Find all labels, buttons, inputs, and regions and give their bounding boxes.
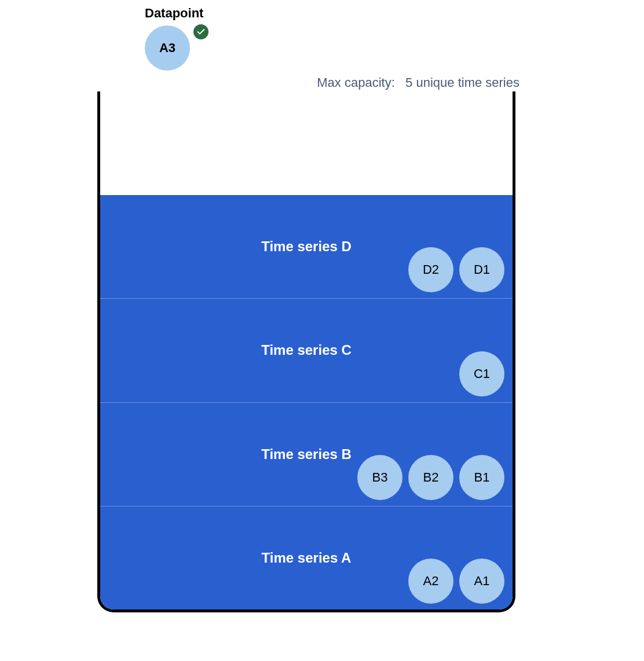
point-circle: B2 — [408, 455, 453, 500]
series-label: Time series C — [261, 342, 352, 358]
capacity-label: Max capacity: — [317, 75, 395, 90]
datapoint-header: Datapoint A3 — [145, 6, 208, 71]
datapoint-title: Datapoint — [145, 6, 208, 21]
point-circle: B3 — [357, 455, 402, 500]
series-row: Time series CC1 — [100, 298, 513, 402]
series-points-group: A1A2 — [408, 559, 504, 604]
series-row: Time series AA1A2 — [100, 506, 513, 609]
series-label: Time series D — [261, 238, 352, 255]
series-label: Time series A — [262, 550, 352, 566]
point-circle: A1 — [459, 559, 504, 604]
series-row: Time series DD1D2 — [100, 195, 513, 298]
bucket-fill: Time series DD1D2Time series CC1Time ser… — [100, 195, 513, 609]
series-row: Time series BB1B2B3 — [100, 402, 513, 506]
check-icon — [193, 24, 208, 39]
point-circle: B1 — [459, 455, 504, 500]
incoming-datapoint-label: A3 — [159, 41, 175, 56]
series-label: Time series B — [261, 446, 352, 462]
datapoint-row: A3 — [145, 25, 208, 71]
series-points-group: D1D2 — [408, 247, 504, 292]
point-label: B3 — [372, 470, 388, 485]
point-circle: D2 — [408, 247, 453, 292]
capacity-value: 5 unique time series — [405, 75, 519, 90]
capacity-line: Max capacity: 5 unique time series — [317, 75, 519, 90]
point-circle: A2 — [408, 559, 453, 604]
bucket-container: Time series DD1D2Time series CC1Time ser… — [97, 91, 515, 612]
point-label: B2 — [423, 470, 439, 485]
point-circle: D1 — [459, 247, 504, 292]
incoming-datapoint-circle: A3 — [145, 25, 190, 71]
point-label: C1 — [474, 366, 490, 381]
point-label: D1 — [474, 262, 490, 277]
point-label: A2 — [423, 574, 439, 589]
series-points-group: C1 — [459, 351, 504, 396]
point-label: D2 — [423, 262, 439, 277]
point-circle: C1 — [459, 351, 504, 396]
point-label: B1 — [474, 470, 490, 485]
series-points-group: B1B2B3 — [357, 455, 504, 500]
point-label: A1 — [474, 574, 490, 589]
